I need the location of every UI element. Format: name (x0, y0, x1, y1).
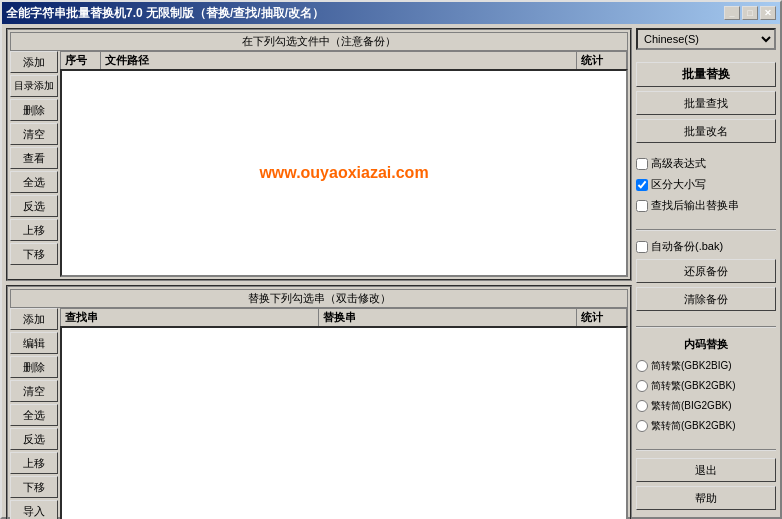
col-stat-replace-header: 统计 (577, 309, 627, 326)
s2t-gbk-radio[interactable] (636, 380, 648, 392)
maximize-button[interactable]: □ (742, 6, 758, 20)
file-table-area: 序号 文件路径 统计 www.ouyaoxiazai.com (60, 51, 628, 277)
auto-backup-label: 自动备份(.bak) (651, 239, 723, 254)
file-table-body[interactable]: www.ouyaoxiazai.com (60, 69, 628, 277)
select-all-file-button[interactable]: 全选 (10, 171, 58, 193)
batch-rename-button[interactable]: 批量改名 (636, 119, 776, 143)
clear-file-button[interactable]: 清空 (10, 123, 58, 145)
t2s-gbk-row: 繁转简(GBK2GBK) (636, 419, 776, 433)
edit-replace-button[interactable]: 编辑 (10, 332, 58, 354)
batch-replace-button[interactable]: 批量替换 (636, 62, 776, 87)
col-path-header: 文件路径 (101, 52, 577, 69)
replace-section-header: 替换下列勾选串（双击修改） (10, 289, 628, 308)
t2s-gbk-label: 繁转简(GBK2GBK) (651, 419, 735, 433)
move-down-file-button[interactable]: 下移 (10, 243, 58, 265)
output-after-find-row: 查找后输出替换串 (636, 198, 776, 213)
import-button[interactable]: 导入 (10, 500, 58, 519)
move-down-replace-button[interactable]: 下移 (10, 476, 58, 498)
help-button[interactable]: 帮助 (636, 486, 776, 510)
replace-table-body[interactable] (60, 326, 628, 519)
replace-buttons: 添加 编辑 删除 清空 全选 反选 上移 下移 导入 导出 (10, 308, 58, 519)
t2s-big-label: 繁转简(BIG2GBK) (651, 399, 732, 413)
main-content: 在下列勾选文件中（注意备份） 添加 目录添加 删除 清空 查看 全选 反选 上移… (2, 24, 780, 519)
delete-replace-button[interactable]: 删除 (10, 356, 58, 378)
file-section: 在下列勾选文件中（注意备份） 添加 目录添加 删除 清空 查看 全选 反选 上移… (6, 28, 632, 281)
add-file-button[interactable]: 添加 (10, 51, 58, 73)
select-all-replace-button[interactable]: 全选 (10, 404, 58, 426)
add-replace-button[interactable]: 添加 (10, 308, 58, 330)
delete-file-button[interactable]: 删除 (10, 99, 58, 121)
view-file-button[interactable]: 查看 (10, 147, 58, 169)
t2s-big-radio[interactable] (636, 400, 648, 412)
replace-table-header: 查找串 替换串 统计 (60, 308, 628, 326)
move-up-replace-button[interactable]: 上移 (10, 452, 58, 474)
col-replace-header: 替换串 (319, 309, 577, 326)
t2s-big-row: 繁转简(BIG2GBK) (636, 399, 776, 413)
auto-backup-row: 自动备份(.bak) (636, 239, 776, 254)
restore-backup-button[interactable]: 还原备份 (636, 259, 776, 283)
advanced-expr-checkbox[interactable] (636, 158, 648, 170)
case-sensitive-label: 区分大小写 (651, 177, 706, 192)
minimize-button[interactable]: _ (724, 6, 740, 20)
add-dir-button[interactable]: 目录添加 (10, 75, 58, 97)
clear-replace-button[interactable]: 清空 (10, 380, 58, 402)
close-button[interactable]: ✕ (760, 6, 776, 20)
col-search-header: 查找串 (61, 309, 319, 326)
s2t-big-label: 简转繁(GBK2BIG) (651, 359, 732, 373)
col-stat-header: 统计 (577, 52, 627, 69)
replace-area: 添加 编辑 删除 清空 全选 反选 上移 下移 导入 导出 查找 (10, 308, 628, 519)
file-buttons: 添加 目录添加 删除 清空 查看 全选 反选 上移 下移 (10, 51, 58, 277)
divider-1 (636, 229, 776, 231)
exit-button[interactable]: 退出 (636, 458, 776, 482)
invert-replace-button[interactable]: 反选 (10, 428, 58, 450)
encoding-label: 内码替换 (636, 337, 776, 352)
move-up-file-button[interactable]: 上移 (10, 219, 58, 241)
s2t-gbk-label: 简转繁(GBK2GBK) (651, 379, 735, 393)
t2s-gbk-radio[interactable] (636, 420, 648, 432)
file-section-header: 在下列勾选文件中（注意备份） (10, 32, 628, 51)
watermark: www.ouyaoxiazai.com (259, 164, 428, 182)
s2t-big-radio[interactable] (636, 360, 648, 372)
replace-section: 替换下列勾选串（双击修改） 添加 编辑 删除 清空 全选 反选 上移 下移 导入… (6, 285, 632, 519)
case-sensitive-row: 区分大小写 (636, 177, 776, 192)
main-window: 全能字符串批量替换机7.0 无限制版（替换/查找/抽取/改名） _ □ ✕ 在下… (0, 0, 782, 519)
case-sensitive-checkbox[interactable] (636, 179, 648, 191)
divider-3 (636, 449, 776, 451)
language-dropdown[interactable]: Chinese(S)Chinese(T)EnglishJapanese (636, 28, 776, 50)
advanced-expr-label: 高级表达式 (651, 156, 706, 171)
titlebar-buttons: _ □ ✕ (724, 6, 776, 20)
s2t-gbk-row: 简转繁(GBK2GBK) (636, 379, 776, 393)
col-seq-header: 序号 (61, 52, 101, 69)
output-after-find-checkbox[interactable] (636, 200, 648, 212)
file-table-header: 序号 文件路径 统计 (60, 51, 628, 69)
invert-file-button[interactable]: 反选 (10, 195, 58, 217)
auto-backup-checkbox[interactable] (636, 241, 648, 253)
batch-find-button[interactable]: 批量查找 (636, 91, 776, 115)
window-title: 全能字符串批量替换机7.0 无限制版（替换/查找/抽取/改名） (6, 5, 324, 22)
s2t-big-row: 简转繁(GBK2BIG) (636, 359, 776, 373)
clear-backup-button[interactable]: 清除备份 (636, 287, 776, 311)
titlebar: 全能字符串批量替换机7.0 无限制版（替换/查找/抽取/改名） _ □ ✕ (2, 2, 780, 24)
replace-table-area: 查找串 替换串 统计 (60, 308, 628, 519)
right-panel: Chinese(S)Chinese(T)EnglishJapanese 批量替换… (636, 28, 776, 519)
divider-2 (636, 326, 776, 328)
advanced-expr-row: 高级表达式 (636, 156, 776, 171)
file-area: 添加 目录添加 删除 清空 查看 全选 反选 上移 下移 序号 (10, 51, 628, 277)
output-after-find-label: 查找后输出替换串 (651, 198, 739, 213)
left-panel: 在下列勾选文件中（注意备份） 添加 目录添加 删除 清空 查看 全选 反选 上移… (6, 28, 632, 519)
